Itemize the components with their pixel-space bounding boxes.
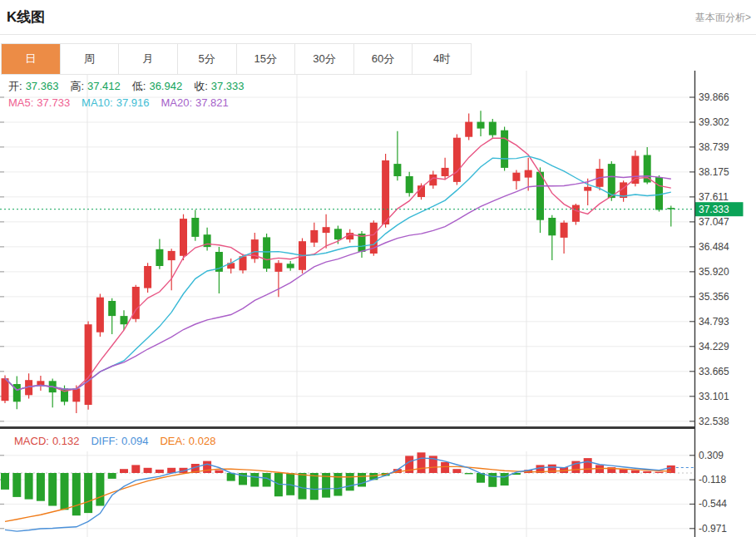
candle-body [536, 172, 544, 220]
candle [121, 310, 128, 330]
tab-4时[interactable]: 4时 [413, 44, 472, 74]
macd-bar [48, 473, 57, 506]
candle [620, 180, 627, 202]
candle [2, 375, 9, 403]
macd-bar [215, 470, 223, 473]
macd-bar [37, 473, 45, 501]
candle [453, 135, 461, 185]
macd-bar [667, 466, 675, 473]
candle [287, 261, 294, 271]
candle-body [644, 155, 651, 183]
candle [251, 233, 259, 263]
dea-value: 0.028 [189, 435, 216, 447]
open-value: 37.363 [26, 80, 59, 92]
candle-body [584, 187, 591, 191]
candle [501, 126, 508, 170]
candle-body [442, 168, 449, 176]
price-tick-label: 38.739 [699, 141, 729, 153]
candle [382, 154, 389, 228]
candle [561, 220, 568, 254]
candle [406, 172, 413, 197]
candle-body [453, 138, 461, 182]
macd-bar [144, 468, 152, 473]
macd-bar [488, 473, 497, 487]
ma20-value: 37.821 [195, 96, 229, 109]
candle-body [121, 316, 128, 324]
candle [655, 175, 663, 212]
macd-bar [96, 473, 104, 506]
candle [168, 249, 175, 290]
candle [442, 158, 449, 180]
macd-tick-label: -0.971 [699, 523, 727, 535]
candle [393, 131, 401, 181]
macd-value: 0.132 [52, 435, 80, 447]
current-price-badge: 37.333 [695, 202, 744, 216]
candle-body [334, 229, 342, 239]
macd-bar [120, 469, 128, 473]
candle [572, 204, 580, 225]
macd-bar [1, 473, 9, 490]
macd-bar [84, 473, 92, 513]
candle [240, 254, 247, 273]
candle-body [263, 237, 270, 268]
macd-bar [452, 469, 461, 473]
low-value: 36.942 [149, 80, 182, 92]
candle-body [274, 263, 282, 272]
ma-info-row: MA5:37.733MA10:37.916MA20:37.821 [8, 96, 232, 109]
candle [512, 170, 520, 190]
candle-body [572, 205, 580, 222]
candle-body [156, 249, 163, 266]
candle [215, 247, 223, 293]
candle-body [310, 230, 318, 243]
candle [132, 285, 140, 323]
ma10-label: MA10: [82, 96, 113, 109]
price-tick-label: 36.484 [699, 241, 729, 253]
price-grid: 39.86639.30238.73938.17537.61137.04736.4… [0, 91, 729, 427]
svg-text:37.333: 37.333 [699, 204, 729, 215]
macd-bar [631, 470, 640, 473]
tab-周[interactable]: 周 [61, 44, 120, 74]
candle-body [512, 173, 520, 181]
open-label: 开: [8, 80, 22, 92]
tab-日[interactable]: 日 [2, 44, 61, 74]
macd-bar [465, 473, 473, 474]
low-label: 低: [132, 80, 146, 92]
candle [465, 114, 472, 140]
price-tick-label: 35.356 [699, 291, 729, 303]
candle-body [465, 122, 472, 137]
tab-月[interactable]: 月 [119, 44, 178, 74]
candle-body [631, 156, 639, 185]
candle [96, 294, 104, 337]
dea-label: DEA: [160, 435, 185, 447]
macd-bar [203, 461, 211, 473]
macd-grid: 0.309-0.118-0.544-0.971 [0, 450, 727, 535]
candle-body [501, 131, 508, 168]
close-label: 收: [194, 80, 208, 92]
candle-body [108, 301, 116, 316]
candle-body [477, 122, 485, 129]
macd-bar [346, 473, 354, 490]
macd-tick-label: 0.309 [699, 450, 724, 461]
macd-info-row: MACD:0.132DIFF:0.094DEA:0.028 [14, 435, 219, 447]
candles [2, 111, 675, 413]
ma20-label: MA20: [161, 96, 192, 109]
candle-body [561, 223, 568, 238]
timeframe-tab-bar: 日周月5分15分30分60分4时 [1, 43, 472, 75]
tab-5分[interactable]: 5分 [178, 44, 237, 74]
fundamental-analysis-link[interactable]: 基本面分析> [695, 11, 751, 25]
tab-30分[interactable]: 30分 [295, 44, 354, 74]
macd-histogram [1, 452, 675, 515]
candle-body [85, 324, 92, 405]
macd-bar [131, 465, 140, 473]
macd-bar [61, 473, 69, 510]
price-tick-label: 32.538 [699, 416, 729, 427]
candle [370, 220, 378, 256]
tab-15分[interactable]: 15分 [237, 44, 296, 74]
candle [156, 239, 163, 269]
candle [263, 234, 270, 272]
price-tick-label: 37.611 [699, 191, 729, 203]
macd-bar [584, 458, 592, 473]
candle-body [168, 251, 175, 260]
candle [310, 223, 318, 247]
tab-60分[interactable]: 60分 [354, 44, 413, 74]
